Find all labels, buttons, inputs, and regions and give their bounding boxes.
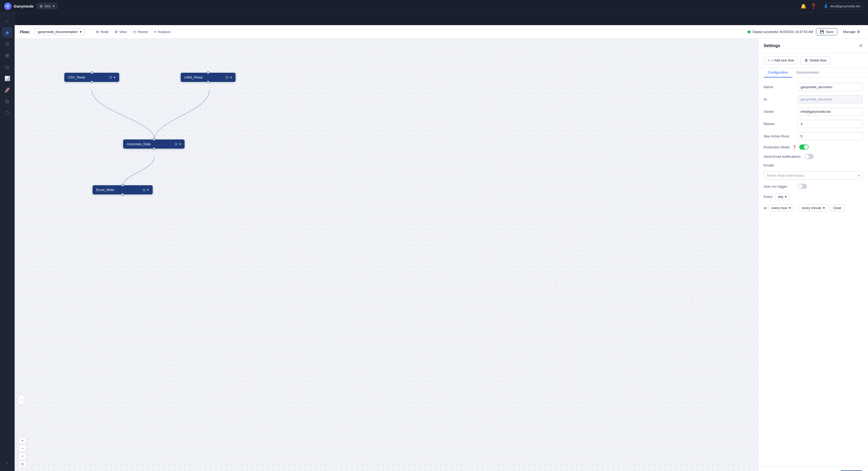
expand-icon[interactable]: ⊡ [175,142,178,146]
info-icon[interactable]: ❓ [793,145,797,149]
sidebar-item-flow[interactable]: ◈ [2,27,12,38]
send-email-toggle[interactable] [804,154,814,159]
chevron-down-icon: ▾ [785,195,787,199]
env-selector[interactable]: ⊞ Dev ▾ [37,3,58,9]
chevron-down-icon: ▾ [823,206,825,210]
every-value: day [778,195,783,199]
chevron-down-icon[interactable]: ▾ [147,188,149,192]
node-label: Node [100,30,108,34]
manage-button[interactable]: Manage ⚙ [841,29,863,35]
user-menu-button[interactable]: 👤 dev@ganymede.bio [820,3,864,9]
node-top-dot [121,184,124,186]
expand-icon[interactable]: ⊡ [143,188,146,192]
production-mode-toggle[interactable] [799,144,809,150]
sidebar-item-chart[interactable]: 📊 [2,73,12,84]
top-nav-left: G Ganymede ⊞ Dev ▾ [4,3,58,10]
chevron-down-icon: ▾ [80,30,82,34]
zoom-in-button[interactable]: + [19,437,26,444]
plus-icon: + [768,58,770,62]
node-bottom-dot [121,193,124,196]
zoom-lock-button[interactable]: ⊡ [19,461,26,468]
every-value-select[interactable]: day ▾ [775,193,789,200]
every-minute-select[interactable]: every minute ▾ [799,204,828,211]
max-active-runs-input[interactable] [798,132,863,140]
node-actions: ⊡ ▾ [109,76,116,79]
sidebar-item-widgets[interactable]: ⊟ [2,96,12,107]
sidebar-item-dashboard[interactable]: ⊞ [2,50,12,61]
zoom-out-button[interactable]: − [19,445,26,452]
emails-select[interactable]: Select email address(es) ▾ [764,171,863,179]
deploy-success-icon [747,30,751,33]
retries-field-row: Retries: [764,120,863,128]
every-minute-label: every minute [802,206,821,210]
settings-close-button[interactable]: ✕ [859,43,863,49]
settings-header: Settings ✕ [758,39,868,53]
tab-documentation[interactable]: Documentation [792,68,823,78]
auto-run-label: Auto run trigger: [764,184,795,188]
help-icon-button[interactable]: ❓ [810,3,816,9]
chevron-down-icon: ▾ [858,174,860,177]
emails-placeholder: Select email address(es) [767,174,804,177]
name-input[interactable] [798,83,863,91]
trash-icon: 🗑 [804,58,808,62]
analysis-icon: ≡ [154,30,156,34]
user-email: dev@ganymede.bio [830,4,860,8]
sidebar-item-rocket[interactable]: 🚀 [2,85,12,95]
chevron-down-icon[interactable]: ▾ [179,142,181,146]
add-new-flow-button[interactable]: + + Add new flow [764,56,798,64]
tab-configuration[interactable]: Configuration [764,68,792,78]
zoom-fit-button[interactable]: ⤢ [19,453,26,460]
production-mode-row: Production Mode: ❓ [764,144,863,150]
user-icon: 👤 [824,4,828,8]
bell-icon-button[interactable]: 🔔 [801,3,806,9]
manage-label: Manage [843,30,856,34]
excel-write-node[interactable]: Excel_Write ⊡ ▾ [93,185,153,195]
retries-input[interactable] [798,120,863,128]
csv-read-node[interactable]: CSV_Read ⊡ ▾ [64,73,119,82]
analysis-button[interactable]: ≡ Analysis [152,28,173,35]
settings-actions: + + Add new flow 🗑 Delete flow [758,53,868,68]
chevron-down-icon: ▾ [789,206,791,210]
every-hour-select[interactable]: every hour ▾ [769,204,794,211]
node-button[interactable]: ⊕ Node [93,28,111,35]
id-input[interactable] [798,95,863,104]
save-icon: 💾 [820,30,824,34]
max-active-runs-field-row: Max Active Runs: [764,132,863,140]
flow-selector-dropdown[interactable]: ganymede_documentation ▾ [34,28,85,35]
header-right: Deploy successful: 9/19/2024, 10:37:54 A… [747,28,863,35]
sidebar-item-files[interactable]: 🗂 [2,62,12,72]
settings-panel: Settings ✕ + + Add new flow 🗑 Delete flo… [758,39,868,471]
settings-footer: Save [758,466,868,471]
history-button[interactable]: ◷ History [130,28,150,35]
env-label: Dev [45,4,51,8]
app-logo: G Ganymede [4,3,34,10]
clear-button[interactable]: Clear [830,204,845,211]
chevron-down-icon[interactable]: ▾ [230,76,232,79]
save-button[interactable]: 💾 Save [816,28,837,35]
sidebar-expand-toggle[interactable]: › [18,394,24,405]
sidebar-item-home[interactable]: ⌂ [2,16,12,26]
chevron-down-icon[interactable]: ▾ [114,76,116,79]
deploy-status: Deploy successful: 9/19/2024, 10:37:54 A… [747,30,813,34]
associate-data-label: Associate_Data [127,142,151,146]
delete-flow-button[interactable]: 🗑 Delete flow [801,56,830,64]
toggle-thumb [805,154,809,158]
view-icon: ⊞ [115,30,118,34]
view-button[interactable]: ⊞ View [112,28,129,35]
toggle-thumb [798,184,802,188]
expand-icon[interactable]: ⊡ [226,76,228,79]
flow-canvas[interactable]: CSV_Read ⊡ ▾ LIMS_Read ⊡ ▾ A [14,39,758,471]
node-top-dot [90,71,93,74]
sidebar-expand-button[interactable]: › [2,458,12,468]
associate-data-node[interactable]: Associate_Data ⊡ ▾ [123,140,185,149]
sidebar-item-plugin[interactable]: ⬡ [2,108,12,118]
configuration-tab-label: Configuration [768,70,788,74]
expand-icon[interactable]: ⊡ [109,76,112,79]
sidebar-item-activity[interactable]: ◷ [2,39,12,49]
lims-read-node[interactable]: LIMS_Read ⊡ ▾ [181,73,236,82]
owner-label: Owner: [764,110,795,114]
owner-input[interactable] [798,108,863,116]
auto-run-toggle[interactable] [798,184,807,189]
zoom-controls: + − ⤢ ⊡ [19,437,26,468]
send-email-row: Send Email Notifications: [764,154,863,159]
